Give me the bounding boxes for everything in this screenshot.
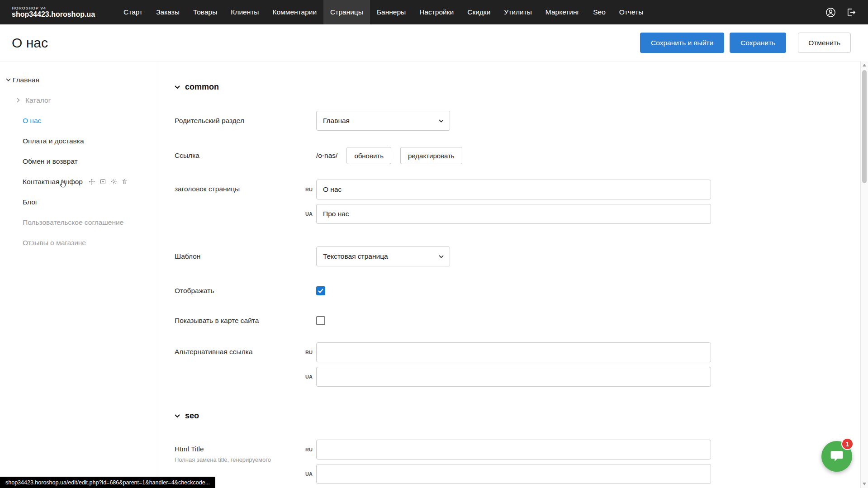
scrollbar-thumb[interactable]	[862, 70, 867, 183]
lang-row-ru: RU	[316, 440, 711, 460]
field-label: Ссылка	[175, 152, 316, 160]
sidebar-item-katalog[interactable]: Каталог	[0, 90, 159, 110]
tree-row-actions	[88, 178, 128, 185]
nav-discounts[interactable]: Скидки	[460, 0, 497, 24]
save-and-exit-button[interactable]: Сохранить и выйти	[640, 33, 724, 53]
sidebar-item-kontaktnaya[interactable]: Контактная инфор	[0, 171, 159, 192]
sidebar-item-label: Оплата и доставка	[23, 137, 84, 145]
brand-version: HOROSHOP V4	[12, 6, 95, 10]
check-icon	[318, 289, 323, 293]
field-label-block: Html Title Полная замена title, генериру…	[175, 440, 316, 464]
page-title-ua-input[interactable]	[316, 204, 711, 224]
save-button[interactable]: Сохранить	[730, 33, 786, 53]
nav-comments[interactable]: Комментарии	[266, 0, 323, 24]
browser-status-url: shop34423.horoshop.ua/edit/edit.php?id=6…	[0, 477, 215, 488]
nav-products[interactable]: Товары	[186, 0, 224, 24]
lang-badge-ru: RU	[301, 187, 313, 192]
gear-icon[interactable]	[110, 178, 117, 185]
nav-settings[interactable]: Настройки	[413, 0, 460, 24]
template-select[interactable]: Текстовая страница	[316, 246, 450, 266]
update-link-button[interactable]: обновить	[346, 147, 391, 164]
topbar-icons	[825, 7, 856, 18]
topbar: HOROSHOP V4 shop34423.horoshop.ua Старт …	[0, 0, 868, 24]
form-row-sitemap: Показывать в карте сайта	[175, 316, 868, 325]
lang-row-ua: UA	[316, 464, 711, 484]
cancel-button[interactable]: Отменить	[798, 33, 851, 53]
alt-link-ua-input[interactable]	[316, 367, 711, 387]
html-title-ua-input[interactable]	[316, 464, 711, 484]
nav-marketing[interactable]: Маркетинг	[539, 0, 586, 24]
brand-domain: shop34423.horoshop.ua	[12, 10, 95, 19]
lang-row-ru: RU	[316, 180, 711, 199]
sidebar-item-soglashenie[interactable]: Пользовательское соглашение	[0, 212, 159, 232]
sidebar-item-blog[interactable]: Блог	[0, 192, 159, 212]
plus-square-icon[interactable]	[100, 178, 106, 185]
lang-row-ru: RU	[316, 342, 711, 362]
lang-badge-ru: RU	[301, 350, 313, 355]
field-label: Альтернативная ссылка	[175, 342, 316, 356]
sitemap-checkbox[interactable]	[316, 316, 325, 325]
account-icon[interactable]	[825, 7, 836, 18]
form-row-link: Ссылка /o-nas/ обновить редактировать	[175, 147, 868, 164]
chevron-right-icon[interactable]	[14, 98, 23, 103]
html-title-ru-input[interactable]	[316, 440, 711, 460]
content-area: Главная Каталог О нас Оплата и доставка …	[0, 61, 868, 488]
sidebar-item-label: Обмен и возврат	[23, 157, 78, 166]
trash-icon[interactable]	[121, 178, 128, 185]
nav-banners[interactable]: Баннеры	[370, 0, 413, 24]
sidebar-item-obmen[interactable]: Обмен и возврат	[0, 151, 159, 171]
lang-row-ua: UA	[316, 204, 711, 224]
sidebar-item-label: Каталог	[25, 96, 51, 104]
lang-row-ua: UA	[316, 367, 711, 387]
move-icon[interactable]	[88, 178, 95, 185]
sidebar-item-glavnaya[interactable]: Главная	[0, 70, 159, 90]
nav-reports[interactable]: Отчеты	[612, 0, 650, 24]
section-common-toggle[interactable]: common	[175, 82, 868, 92]
form-row-template: Шаблон Текстовая страница	[175, 246, 868, 266]
sidebar-item-oplata[interactable]: Оплата и доставка	[0, 131, 159, 151]
field-label: Шаблон	[175, 252, 316, 261]
lang-badge-ua: UA	[301, 471, 313, 477]
sidebar-item-label: О нас	[23, 117, 41, 125]
chat-widget: 1	[821, 441, 852, 472]
field-label: Отображать	[175, 287, 316, 295]
lang-badge-ua: UA	[301, 374, 313, 379]
chevron-down-icon	[175, 414, 180, 418]
sidebar-item-label: Отзывы о магазине	[23, 239, 86, 247]
chevron-down-icon[interactable]	[4, 78, 13, 81]
edit-link-button[interactable]: редактировать	[400, 147, 462, 164]
lang-inputs: RU UA	[316, 180, 711, 224]
form-row-display: Отображать	[175, 286, 868, 295]
logout-icon[interactable]	[846, 7, 856, 18]
form-row-parent-section: Родительский раздел Главная	[175, 111, 868, 131]
top-navigation: Старт Заказы Товары Клиенты Комментарии …	[117, 0, 650, 24]
display-checkbox[interactable]	[316, 286, 325, 295]
chevron-down-icon	[175, 85, 180, 89]
chat-bubble-icon	[830, 449, 844, 464]
nav-start[interactable]: Старт	[117, 0, 149, 24]
sidebar-item-label: Главная	[13, 76, 39, 84]
select-value: Главная	[323, 117, 350, 125]
nav-utilities[interactable]: Утилиты	[497, 0, 539, 24]
brand[interactable]: HOROSHOP V4 shop34423.horoshop.ua	[12, 6, 95, 19]
header-actions: Сохранить и выйти Сохранить Отменить	[640, 33, 851, 53]
chevron-down-icon	[439, 255, 444, 258]
nav-seo[interactable]: Seo	[586, 0, 612, 24]
link-controls: /o-nas/ обновить редактировать	[316, 147, 471, 164]
page-title-ru-input[interactable]	[316, 180, 711, 199]
sidebar-item-o-nas[interactable]: О нас	[0, 110, 159, 131]
scroll-down-arrow[interactable]	[863, 483, 866, 485]
nav-pages[interactable]: Страницы	[323, 0, 370, 24]
nav-clients[interactable]: Клиенты	[224, 0, 266, 24]
section-seo-toggle[interactable]: seo	[175, 411, 868, 421]
alt-link-ru-input[interactable]	[316, 342, 711, 362]
vertical-scrollbar[interactable]	[860, 61, 868, 488]
pages-tree-sidebar: Главная Каталог О нас Оплата и доставка …	[0, 62, 159, 488]
parent-section-select[interactable]: Главная	[316, 111, 450, 131]
chat-unread-badge: 1	[841, 438, 854, 450]
nav-orders[interactable]: Заказы	[149, 0, 186, 24]
section-title: seo	[185, 411, 199, 421]
scroll-up-arrow[interactable]	[863, 64, 866, 66]
sidebar-item-otzyvy[interactable]: Отзывы о магазине	[0, 232, 159, 253]
lang-badge-ua: UA	[301, 211, 313, 217]
